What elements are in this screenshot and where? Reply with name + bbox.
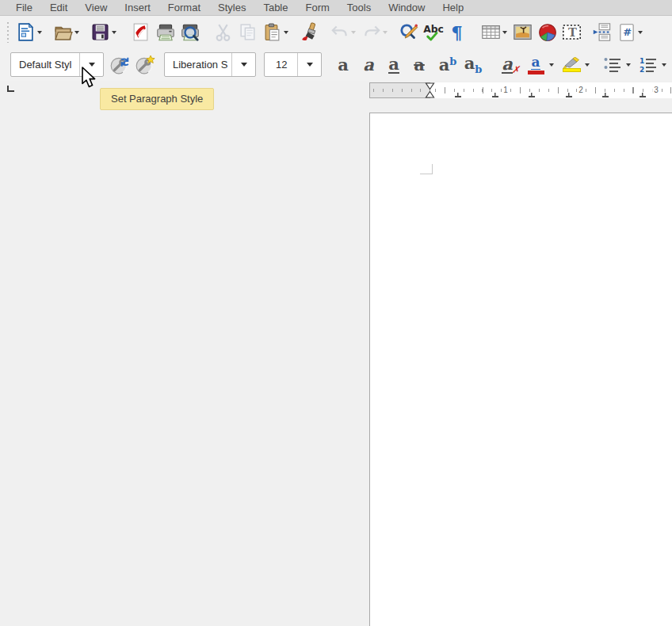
new-style-button[interactable]: [135, 54, 155, 75]
new-document-dropdown-arrow[interactable]: [37, 31, 42, 34]
superscript-button[interactable]: ab: [435, 54, 460, 76]
font-size-value[interactable]: 12: [265, 53, 297, 76]
document-page[interactable]: [369, 113, 672, 626]
menu-item-table[interactable]: Table: [254, 1, 296, 14]
font-name-combobox[interactable]: Liberation S: [164, 52, 256, 77]
menu-item-form[interactable]: Form: [296, 1, 338, 14]
insert-textbox-button[interactable]: T: [561, 21, 582, 43]
standard-toolbar: Abc ¶: [0, 16, 672, 48]
print-preview-button[interactable]: [179, 21, 200, 43]
tab-stop-type-selector[interactable]: [7, 86, 14, 92]
menu-item-window[interactable]: Window: [380, 1, 433, 14]
find-replace-icon: [399, 22, 419, 43]
clear-formatting-button[interactable]: a✗: [494, 54, 520, 76]
ruler-inch-label: 2: [577, 85, 585, 95]
insert-chart-button[interactable]: [536, 21, 558, 43]
insert-page-break-icon: [591, 21, 613, 43]
highlight-color-button[interactable]: [559, 54, 584, 76]
font-color-dropdown-arrow[interactable]: [549, 63, 554, 67]
svg-text:T: T: [568, 25, 577, 39]
print-button[interactable]: [155, 21, 176, 43]
menu-item-format[interactable]: Format: [159, 1, 209, 14]
formatting-marks-icon: ¶: [448, 22, 468, 42]
ruler-scale[interactable]: [430, 82, 672, 98]
insert-image-button[interactable]: [512, 21, 533, 43]
export-pdf-icon: [131, 22, 151, 42]
font-color-button[interactable]: a: [523, 54, 548, 76]
numbered-list-button[interactable]: 1 2: [636, 54, 661, 76]
menubar: FileEditViewInsertFormatStylesTableFormT…: [0, 0, 672, 16]
ruler-left-margin-area[interactable]: [369, 82, 430, 98]
clone-formatting-button[interactable]: [299, 21, 320, 43]
paragraph-style-value[interactable]: Default Styl: [11, 53, 79, 76]
insert-table-dropdown-arrow[interactable]: [502, 31, 507, 34]
ruler-tab-stop-marker: [566, 93, 572, 97]
save-dropdown-arrow[interactable]: [112, 31, 116, 34]
menu-item-edit[interactable]: Edit: [41, 1, 76, 14]
open-icon: [53, 22, 73, 42]
export-pdf-button[interactable]: [130, 21, 151, 43]
horizontal-ruler[interactable]: 123: [369, 82, 672, 98]
menu-item-insert[interactable]: Insert: [116, 1, 159, 14]
bullet-list-dropdown-arrow[interactable]: [626, 63, 631, 67]
copy-icon: [238, 22, 258, 42]
menu-item-view[interactable]: View: [76, 1, 116, 14]
strikethrough-button[interactable]: a: [407, 54, 432, 76]
font-size-combobox[interactable]: 12: [264, 52, 322, 77]
paste-dropdown-arrow[interactable]: [284, 31, 288, 34]
indent-marker-icon[interactable]: [425, 82, 435, 98]
ruler-tab-stop-marker: [602, 93, 609, 97]
highlight-color-dropdown-arrow[interactable]: [585, 63, 590, 67]
italic-button[interactable]: a: [356, 54, 381, 76]
italic-icon: a: [363, 56, 374, 73]
print-preview-icon: [180, 22, 200, 43]
svg-text:#: #: [623, 26, 632, 38]
svg-text:Abc: Abc: [423, 24, 444, 35]
menu-item-help[interactable]: Help: [433, 1, 472, 14]
open-button[interactable]: [52, 21, 74, 43]
redo-dropdown-arrow[interactable]: [383, 31, 388, 34]
find-replace-button[interactable]: [398, 21, 419, 43]
save-button[interactable]: [90, 21, 111, 43]
update-style-button[interactable]: [109, 54, 130, 75]
character-formatting-group: a a a a ab ab a✗ a: [330, 52, 668, 77]
clone-formatting-icon: [300, 22, 319, 42]
cut-icon: [213, 22, 233, 42]
menu-item-styles[interactable]: Styles: [209, 1, 254, 14]
svg-text:1: 1: [640, 57, 644, 65]
spelling-button[interactable]: Abc: [422, 21, 444, 43]
insert-table-button[interactable]: [480, 21, 502, 43]
redo-button[interactable]: [361, 21, 382, 43]
font-size-dropdown-arrow[interactable]: [297, 53, 321, 76]
bullet-list-button[interactable]: [600, 54, 625, 76]
insert-field-dropdown-arrow[interactable]: [638, 31, 643, 34]
new-document-button[interactable]: [15, 21, 36, 43]
undo-dropdown-arrow[interactable]: [351, 31, 356, 34]
cut-button[interactable]: [212, 21, 234, 43]
paste-button[interactable]: [262, 21, 283, 43]
formatting-marks-button[interactable]: ¶: [447, 21, 468, 43]
copy-button[interactable]: [237, 21, 258, 43]
new-document-icon: [16, 22, 36, 42]
bold-icon: a: [338, 56, 349, 73]
font-name-value[interactable]: Liberation S: [165, 53, 231, 76]
menu-item-tools[interactable]: Tools: [338, 1, 380, 14]
subscript-button[interactable]: ab: [460, 54, 486, 76]
underline-button[interactable]: a: [381, 54, 407, 76]
toolbar-grip-handle[interactable]: [6, 22, 9, 43]
insert-field-button[interactable]: #: [616, 21, 637, 43]
ruler-tab-stop-marker: [640, 93, 646, 97]
font-color-icon: a: [531, 55, 540, 70]
save-icon: [90, 22, 110, 42]
strikethrough-icon: a: [414, 56, 425, 73]
undo-button[interactable]: [329, 21, 350, 43]
open-dropdown-arrow[interactable]: [74, 31, 79, 34]
redo-icon: [361, 22, 382, 43]
document-workspace: 123: [0, 81, 672, 626]
numbered-list-dropdown-arrow[interactable]: [662, 63, 666, 67]
insert-page-break-button[interactable]: [591, 21, 613, 43]
insert-image-icon: [512, 21, 533, 43]
bold-button[interactable]: a: [330, 54, 356, 76]
menu-item-file[interactable]: File: [7, 1, 41, 14]
font-name-dropdown-arrow[interactable]: [231, 53, 255, 76]
